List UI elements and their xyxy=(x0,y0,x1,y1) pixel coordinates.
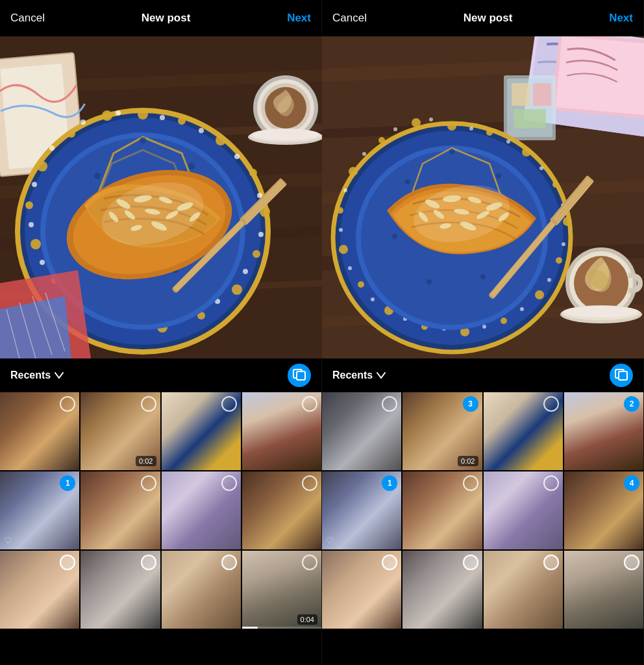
svg-point-147 xyxy=(496,173,501,179)
svg-point-131 xyxy=(547,278,551,282)
svg-point-125 xyxy=(412,118,421,127)
video-duration: 0:02 xyxy=(458,456,478,466)
svg-point-24 xyxy=(31,239,41,249)
select-badge-empty xyxy=(221,396,237,412)
thumb-item-11[interactable] xyxy=(162,551,241,629)
svg-rect-105 xyxy=(514,109,546,129)
left-preview-image xyxy=(0,36,322,358)
thumb-item-r9[interactable] xyxy=(322,551,401,629)
left-multi-select-button[interactable] xyxy=(288,364,311,387)
select-badge-number: 3 xyxy=(463,396,478,412)
multi-select-icon xyxy=(293,369,306,383)
svg-point-26 xyxy=(37,161,47,171)
thumb-item-r8[interactable]: 4 xyxy=(564,471,643,549)
svg-point-17 xyxy=(253,250,260,258)
right-next-button[interactable]: Next xyxy=(609,12,633,25)
svg-rect-179 xyxy=(619,371,627,380)
thumb-item-1[interactable] xyxy=(0,392,79,470)
svg-point-130 xyxy=(562,242,565,246)
left-thumbnail-grid: 0:02 1 ♡ xyxy=(0,392,321,665)
thumb-item-r5[interactable]: 1 ♡ xyxy=(322,471,401,549)
right-header: Cancel New post Next xyxy=(322,0,643,36)
svg-point-149 xyxy=(480,274,486,279)
left-cancel-button[interactable]: Cancel xyxy=(10,12,45,25)
thumb-item-9[interactable] xyxy=(0,551,79,629)
svg-point-45 xyxy=(116,110,121,116)
select-badge-empty xyxy=(221,475,237,491)
svg-point-152 xyxy=(405,179,410,184)
svg-rect-103 xyxy=(512,83,530,106)
svg-point-138 xyxy=(339,228,343,232)
thumb-item-r2[interactable]: 3 0:02 xyxy=(402,392,482,470)
thumb-item-r1[interactable] xyxy=(322,392,401,470)
thumb-item-r6[interactable] xyxy=(402,471,482,549)
svg-point-42 xyxy=(32,182,37,187)
svg-point-88 xyxy=(252,129,319,140)
select-badge-empty xyxy=(60,396,75,412)
thumb-item-2[interactable]: 0:02 xyxy=(80,392,160,470)
svg-point-111 xyxy=(522,147,531,157)
thumb-item-12[interactable]: 0:04 xyxy=(242,551,321,629)
svg-point-114 xyxy=(556,257,562,264)
svg-point-140 xyxy=(362,152,366,156)
svg-point-27 xyxy=(68,130,75,138)
svg-point-177 xyxy=(564,306,638,318)
left-title: New post xyxy=(142,12,191,25)
svg-point-139 xyxy=(343,188,347,192)
thumb-item-7[interactable] xyxy=(162,471,241,549)
svg-rect-90 xyxy=(297,371,305,380)
thumb-item-10[interactable] xyxy=(80,551,160,629)
select-badge-empty xyxy=(543,396,559,412)
thumb-item-r11[interactable] xyxy=(484,551,563,629)
thumb-item-r4[interactable]: 2 xyxy=(564,392,643,470)
svg-point-34 xyxy=(243,269,248,274)
right-multi-select-button[interactable] xyxy=(610,364,633,387)
right-title: New post xyxy=(464,12,513,25)
thumb-item-r12[interactable] xyxy=(564,551,643,629)
heart-icon: ♡ xyxy=(4,535,12,546)
chevron-down-icon xyxy=(55,371,64,381)
thumb-item-5[interactable]: 1 ♡ xyxy=(0,471,79,549)
right-cancel-button[interactable]: Cancel xyxy=(332,12,367,25)
svg-point-115 xyxy=(535,290,544,299)
recents-text: Recents xyxy=(332,370,373,381)
heart-icon: ♡ xyxy=(326,535,334,546)
thumb-item-6[interactable] xyxy=(80,471,160,549)
select-badge-number: 4 xyxy=(624,475,639,491)
chevron-down-icon xyxy=(377,371,386,381)
svg-point-136 xyxy=(371,297,375,301)
thumb-item-r7[interactable] xyxy=(484,471,563,549)
left-recents-label[interactable]: Recents xyxy=(10,370,64,381)
svg-point-137 xyxy=(348,266,352,270)
thumb-item-8[interactable] xyxy=(242,471,321,549)
select-badge-empty xyxy=(302,555,317,570)
svg-point-151 xyxy=(392,234,397,239)
svg-point-18 xyxy=(232,284,242,295)
svg-point-113 xyxy=(563,217,572,226)
thumb-item-r3[interactable] xyxy=(484,392,563,470)
right-recents-label[interactable]: Recents xyxy=(332,370,386,381)
video-duration: 0:04 xyxy=(297,614,317,625)
svg-point-128 xyxy=(539,166,543,170)
left-next-button[interactable]: Next xyxy=(287,12,311,25)
thumb-item-4[interactable] xyxy=(242,392,321,470)
svg-point-132 xyxy=(520,307,524,311)
select-badge-empty xyxy=(141,475,156,491)
svg-point-15 xyxy=(249,169,257,177)
svg-point-142 xyxy=(429,118,433,121)
svg-point-14 xyxy=(216,135,226,145)
select-badge-number: 1 xyxy=(382,475,397,491)
select-badge-empty xyxy=(543,475,559,491)
video-duration: 0:02 xyxy=(136,456,156,466)
thumb-item-3[interactable] xyxy=(162,392,241,470)
svg-point-13 xyxy=(178,117,186,125)
right-preview-area[interactable] xyxy=(322,36,644,358)
select-badge-empty xyxy=(302,396,317,412)
svg-point-25 xyxy=(25,201,33,209)
select-badge-empty xyxy=(302,475,317,491)
thumb-item-r10[interactable] xyxy=(402,551,482,629)
svg-point-29 xyxy=(160,115,165,120)
svg-point-126 xyxy=(469,127,473,131)
svg-point-150 xyxy=(427,279,432,284)
left-preview-area[interactable] xyxy=(0,36,322,358)
